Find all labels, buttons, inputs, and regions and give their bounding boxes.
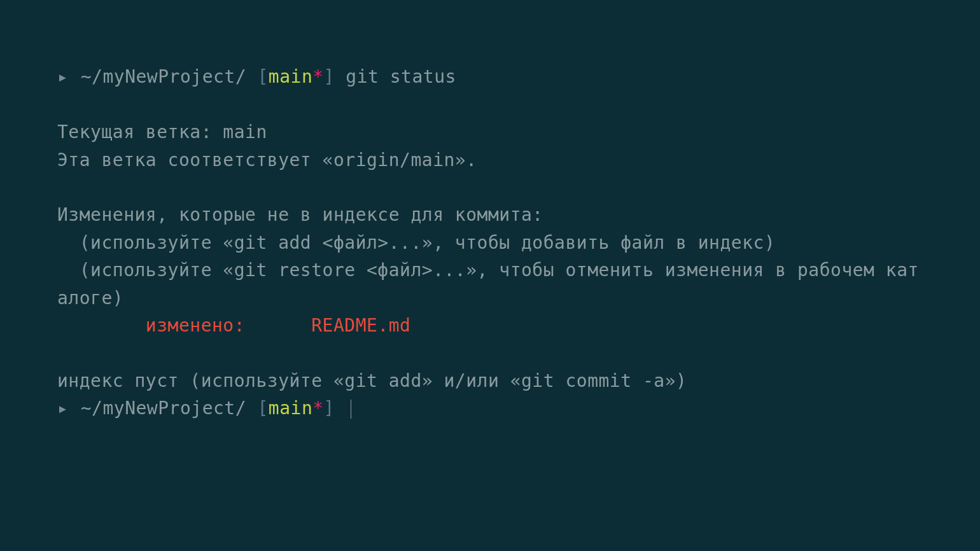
output-hint-restore: (используйте «git restore <файл>...», чт… bbox=[57, 260, 919, 308]
branch-name: main bbox=[269, 66, 312, 87]
terminal-output: ▸ ~/myNewProject/ [main*] git status Тек… bbox=[57, 36, 923, 422]
output-branch-tracking: Эта ветка соответствует «origin/main». bbox=[57, 150, 477, 171]
bracket-open: [ bbox=[257, 66, 268, 87]
output-changes-header: Изменения, которые не в индексе для комм… bbox=[57, 204, 543, 225]
modified-label: изменено: bbox=[57, 315, 311, 336]
prompt-arrow-icon: ▸ bbox=[57, 66, 68, 87]
command-text: git status bbox=[346, 66, 456, 87]
bracket-close: ] bbox=[324, 398, 335, 419]
prompt-arrow-icon: ▸ bbox=[57, 398, 68, 419]
output-hint-add: (используйте «git add <файл>...», чтобы … bbox=[57, 232, 775, 253]
prompt-path: ~/myNewProject/ bbox=[81, 398, 246, 419]
dirty-asterisk: * bbox=[312, 66, 323, 87]
cursor-icon bbox=[351, 400, 351, 419]
prompt-line-1: ▸ ~/myNewProject/ [main*] git status bbox=[57, 63, 923, 90]
prompt-line-2[interactable]: ▸ ~/myNewProject/ [main*] bbox=[57, 394, 923, 422]
modified-filename: README.md bbox=[311, 315, 410, 336]
output-current-branch: Текущая ветка: main bbox=[57, 122, 267, 143]
bracket-close: ] bbox=[324, 66, 335, 87]
prompt-path: ~/myNewProject/ bbox=[81, 66, 246, 87]
branch-name: main bbox=[269, 398, 312, 419]
output-index-empty: индекс пуст (используйте «git add» и/или… bbox=[57, 370, 687, 391]
bracket-open: [ bbox=[257, 398, 268, 419]
dirty-asterisk: * bbox=[312, 398, 323, 419]
